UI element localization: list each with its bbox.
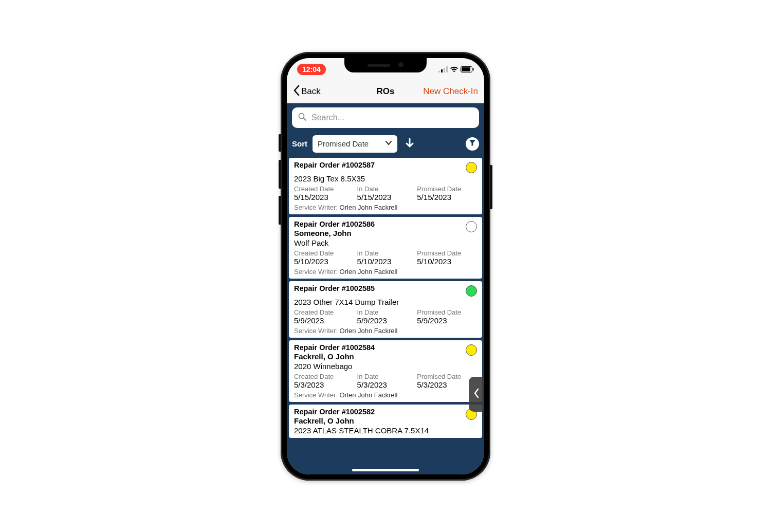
service-writer-value: Orlen John Fackrell bbox=[340, 327, 398, 335]
date-col-in: In Date5/9/2023 bbox=[357, 308, 417, 325]
sort-direction-button[interactable] bbox=[402, 137, 417, 151]
search-input[interactable] bbox=[311, 113, 473, 122]
arrow-down-icon bbox=[404, 137, 415, 151]
service-writer-row: Service Writer: Orlen John Fackrell bbox=[294, 391, 477, 399]
phone-volume-down bbox=[279, 196, 281, 225]
date-col-in: In Date5/10/2023 bbox=[357, 249, 417, 266]
svg-rect-1 bbox=[441, 69, 443, 72]
phone-mute-switch bbox=[279, 134, 281, 152]
svg-rect-2 bbox=[444, 68, 445, 72]
repair-order-card[interactable]: Repair Order #1002582Fackrell, O John202… bbox=[289, 405, 482, 438]
service-writer-value: Orlen John Fackrell bbox=[340, 268, 398, 276]
cellular-signal-icon bbox=[438, 66, 448, 72]
repair-order-card[interactable]: Repair Order #10025852023 Other 7X14 Dum… bbox=[289, 281, 482, 338]
repair-order-card[interactable]: Repair Order #1002584Fackrell, O John202… bbox=[289, 340, 482, 402]
ro-dates-row: Created Date5/3/2023In Date5/3/2023Promi… bbox=[294, 373, 477, 389]
date-col-created: Created Date5/3/2023 bbox=[294, 373, 357, 389]
service-writer-value: Orlen John Fackrell bbox=[340, 391, 398, 399]
ro-dates-row: Created Date5/10/2023In Date5/10/2023Pro… bbox=[294, 249, 477, 266]
date-value: 5/10/2023 bbox=[294, 257, 357, 266]
date-label: Created Date bbox=[294, 308, 357, 316]
date-label: In Date bbox=[357, 185, 417, 193]
sort-selected-value: Promised Date bbox=[318, 139, 369, 148]
ro-title: Repair Order #1002582 bbox=[294, 408, 477, 416]
date-value: 5/3/2023 bbox=[294, 380, 357, 389]
service-writer-row: Service Writer: Orlen John Fackrell bbox=[294, 327, 477, 335]
date-label: Promised Date bbox=[417, 373, 477, 380]
service-writer-label: Service Writer: bbox=[294, 391, 340, 399]
service-writer-label: Service Writer: bbox=[294, 327, 340, 335]
svg-rect-3 bbox=[446, 66, 448, 72]
ro-customer: Fackrell, O John bbox=[294, 352, 477, 361]
date-col-created: Created Date5/10/2023 bbox=[294, 249, 357, 266]
date-col-promised: Promised Date5/9/2023 bbox=[417, 308, 477, 325]
date-col-created: Created Date5/9/2023 bbox=[294, 308, 357, 325]
repair-order-card[interactable]: Repair Order #1002586Someone, JohnWolf P… bbox=[289, 217, 482, 279]
date-value: 5/10/2023 bbox=[357, 257, 417, 266]
chevron-left-icon bbox=[293, 85, 300, 98]
ro-title: Repair Order #1002585 bbox=[294, 284, 477, 292]
chevron-left-icon bbox=[473, 388, 480, 400]
date-col-promised: Promised Date5/15/2023 bbox=[417, 185, 477, 201]
ro-customer: Fackrell, O John bbox=[294, 416, 477, 425]
back-label: Back bbox=[301, 86, 321, 97]
service-writer-row: Service Writer: Orlen John Fackrell bbox=[294, 268, 477, 276]
sort-dropdown[interactable]: Promised Date bbox=[313, 135, 397, 153]
status-time-pill[interactable]: 12:04 bbox=[297, 64, 326, 75]
ro-dates-row: Created Date5/15/2023In Date5/15/2023Pro… bbox=[294, 185, 477, 201]
chevron-down-icon bbox=[385, 139, 392, 148]
date-value: 5/15/2023 bbox=[294, 193, 357, 201]
search-icon bbox=[298, 113, 306, 123]
ro-vehicle: 2020 Winnebago bbox=[294, 362, 477, 371]
service-writer-label: Service Writer: bbox=[294, 204, 340, 211]
svg-rect-6 bbox=[473, 68, 474, 70]
date-value: 5/15/2023 bbox=[417, 193, 477, 201]
phone-volume-up bbox=[279, 160, 281, 189]
ro-vehicle: Wolf Pack bbox=[294, 239, 477, 247]
ro-title: Repair Order #1002587 bbox=[294, 161, 477, 169]
date-col-created: Created Date5/15/2023 bbox=[294, 185, 357, 201]
date-value: 5/15/2023 bbox=[357, 193, 417, 201]
service-writer-row: Service Writer: Orlen John Fackrell bbox=[294, 204, 477, 211]
date-label: Created Date bbox=[294, 185, 357, 193]
back-button[interactable]: Back bbox=[293, 85, 321, 98]
repair-order-list[interactable]: Repair Order #10025872023 Big Tex 8.5X35… bbox=[287, 158, 484, 474]
date-label: Promised Date bbox=[417, 249, 477, 257]
repair-order-card[interactable]: Repair Order #10025872023 Big Tex 8.5X35… bbox=[289, 158, 482, 214]
ro-vehicle: 2023 Other 7X14 Dump Trailer bbox=[294, 298, 477, 306]
status-icons bbox=[438, 66, 474, 72]
status-dot bbox=[466, 162, 477, 173]
date-value: 5/3/2023 bbox=[417, 380, 477, 389]
date-label: In Date bbox=[357, 308, 417, 316]
phone-power-button bbox=[490, 165, 492, 209]
date-col-in: In Date5/3/2023 bbox=[357, 373, 417, 389]
date-label: Promised Date bbox=[417, 185, 477, 193]
search-box[interactable] bbox=[292, 107, 479, 128]
phone-notch bbox=[344, 58, 427, 72]
ro-title: Repair Order #1002586 bbox=[294, 220, 477, 228]
date-label: Created Date bbox=[294, 373, 357, 380]
status-time: 12:04 bbox=[302, 65, 321, 74]
filter-button[interactable] bbox=[466, 137, 479, 151]
status-dot bbox=[466, 344, 477, 356]
ro-title: Repair Order #1002584 bbox=[294, 343, 477, 352]
date-value: 5/10/2023 bbox=[417, 257, 477, 266]
home-indicator[interactable] bbox=[352, 469, 419, 471]
sort-label: Sort bbox=[292, 139, 307, 148]
service-writer-value: Orlen John Fackrell bbox=[340, 204, 398, 211]
ro-vehicle: 2023 Big Tex 8.5X35 bbox=[294, 174, 477, 183]
drawer-handle[interactable] bbox=[469, 377, 484, 412]
ro-dates-row: Created Date5/9/2023In Date5/9/2023Promi… bbox=[294, 308, 477, 325]
ro-customer: Someone, John bbox=[294, 229, 477, 237]
date-col-promised: Promised Date5/10/2023 bbox=[417, 249, 477, 266]
new-check-in-button[interactable]: New Check-In bbox=[423, 86, 478, 97]
search-area bbox=[287, 103, 484, 132]
status-dot bbox=[466, 221, 477, 232]
date-value: 5/9/2023 bbox=[294, 316, 357, 325]
ro-vehicle: 2023 ATLAS STEALTH COBRA 7.5X14 bbox=[294, 426, 477, 435]
phone-screen: 12:04 Back ROs bbox=[287, 58, 484, 474]
battery-icon bbox=[461, 66, 474, 72]
page-title: ROs bbox=[377, 86, 395, 97]
svg-rect-0 bbox=[438, 71, 440, 72]
date-label: In Date bbox=[357, 373, 417, 380]
